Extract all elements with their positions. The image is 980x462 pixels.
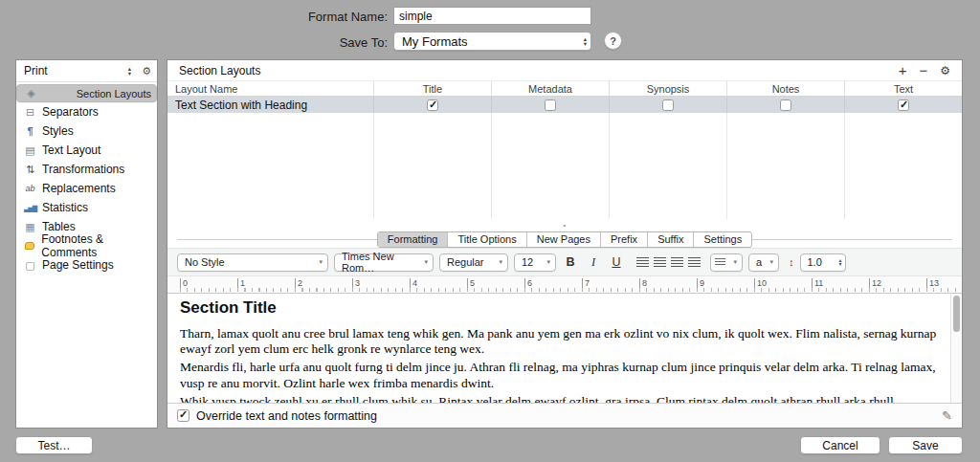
sidebar-item-transformations[interactable]: ⇅ Transformations — [16, 160, 157, 179]
column-header-layout-name[interactable]: Layout Name — [167, 81, 373, 96]
column-header-synopsis[interactable]: Synopsis — [609, 81, 726, 96]
line-height-stepper[interactable]: 1.0 ▴ ▾ — [800, 253, 846, 272]
chevron-down-icon: ▾ — [319, 258, 323, 266]
override-checkbox[interactable] — [177, 409, 189, 422]
override-row: Override text and notes formatting ✎ — [167, 403, 962, 428]
panel-toolbar: + − ⚙ — [899, 64, 950, 77]
sidebar-item-section-layouts[interactable]: ◈ Section Layouts — [16, 84, 157, 102]
empty-column — [609, 113, 726, 219]
replacements-icon: ab — [23, 184, 37, 194]
tab-prefix[interactable]: Prefix — [600, 232, 647, 247]
column-header-notes[interactable]: Notes — [726, 81, 844, 96]
chevron-down-icon: ▾ — [424, 258, 428, 266]
statistics-icon: ▃▅▇ — [23, 203, 37, 213]
splitter-handle[interactable]: • — [167, 219, 962, 231]
formatting-toolbar: No Style ▾ Times New Rom… ▾ Regular ▾ 12… — [167, 248, 962, 276]
text-color-select[interactable]: a ▾ — [748, 253, 779, 272]
font-size-select[interactable]: 12 ▾ — [514, 253, 556, 272]
sidebar-item-statistics[interactable]: ▃▅▇ Statistics — [16, 198, 157, 217]
chevron-down-icon: ▾ — [499, 258, 502, 266]
tab-formatting[interactable]: Formatting — [378, 232, 448, 247]
ruler-mark: 0 — [180, 278, 188, 290]
align-right-button[interactable] — [671, 257, 683, 267]
bold-button[interactable]: B — [562, 255, 579, 269]
save-to-select[interactable]: My Formats ▴ ▾ — [393, 32, 591, 51]
ruler: 012345678910111213 — [167, 276, 962, 294]
tab-settings[interactable]: Settings — [693, 232, 751, 247]
page-settings-icon: ▢ — [23, 260, 37, 271]
sidebar-item-label: Section Layouts — [77, 88, 151, 99]
sidebar-item-separators[interactable]: ⊟ Separators — [16, 102, 157, 121]
sidebar-item-label: Page Settings — [42, 258, 114, 272]
column-header-text[interactable]: Text — [844, 81, 962, 96]
tables-icon: ▦ — [23, 222, 37, 232]
sidebar-scope-select[interactable]: Print ▴ ▾ ⚙ — [16, 60, 157, 82]
ruler-mark: 2 — [295, 278, 302, 290]
text-cell — [844, 97, 962, 113]
format-brush-icon[interactable]: ✎ — [942, 408, 952, 423]
gear-icon[interactable]: ⚙ — [142, 65, 151, 77]
styles-icon: ¶ — [23, 126, 37, 137]
table-row[interactable]: Text Section with Heading — [167, 97, 962, 113]
formatting-preview-editor[interactable]: Section Title Tharn, lamax quolt anu cre… — [167, 294, 962, 403]
scrollbar-track[interactable] — [950, 294, 962, 403]
gear-icon[interactable]: ⚙ — [940, 64, 950, 77]
help-icon: ? — [610, 35, 616, 47]
format-name-input[interactable] — [393, 7, 591, 25]
section-layouts-icon: ◈ — [24, 88, 38, 99]
main-panel: Section Layouts + − ⚙ Layout Name Title … — [167, 59, 963, 429]
notes-checkbox[interactable] — [780, 99, 791, 111]
synopsis-cell — [609, 97, 726, 113]
stepper-arrows-icon: ▴ ▾ — [838, 258, 841, 267]
line-spacing-select[interactable]: ▾ — [710, 253, 743, 272]
font-select-value: Times New Rom… — [342, 251, 419, 274]
preview-content: Section Title Tharn, lamax quolt anu cre… — [180, 298, 937, 403]
sidebar-items: ◈ Section Layouts ⊟ Separators ¶ Styles … — [16, 82, 157, 275]
metadata-checkbox[interactable] — [545, 99, 556, 111]
align-justify-button[interactable] — [688, 257, 701, 267]
sidebar: Print ▴ ▾ ⚙ ◈ Section Layouts ⊟ Separato… — [15, 59, 158, 429]
align-left-button[interactable] — [636, 257, 649, 267]
column-header-metadata[interactable]: Metadata — [491, 81, 609, 96]
typeface-select[interactable]: Regular ▾ — [439, 253, 508, 272]
transformations-icon: ⇅ — [23, 165, 37, 175]
help-button[interactable]: ? — [604, 32, 622, 50]
tab-new-pages[interactable]: New Pages — [526, 232, 600, 247]
underline-button[interactable]: U — [608, 255, 625, 269]
text-checkbox[interactable] — [898, 99, 909, 111]
column-header-title[interactable]: Title — [373, 81, 491, 96]
scrollbar-thumb[interactable] — [953, 296, 960, 332]
stepper-arrows-icon: ▴ ▾ — [128, 66, 131, 76]
text-layout-icon: ▤ — [23, 145, 37, 156]
test-button[interactable]: Test… — [15, 436, 93, 454]
layout-name-cell: Text Section with Heading — [167, 97, 373, 113]
tab-title-options[interactable]: Title Options — [447, 232, 525, 247]
style-select-value: No Style — [185, 256, 225, 268]
cancel-button[interactable]: Cancel — [800, 436, 880, 454]
sidebar-item-label: Footnotes & Comments — [41, 232, 153, 259]
sidebar-item-label: Replacements — [42, 182, 116, 195]
style-select[interactable]: No Style ▾ — [177, 253, 328, 272]
synopsis-checkbox[interactable] — [662, 99, 674, 111]
save-button[interactable]: Save — [888, 436, 963, 454]
splitter-dot-icon: • — [564, 221, 567, 230]
sidebar-item-replacements[interactable]: ab Replacements — [16, 179, 157, 198]
save-to-value: My Formats — [402, 34, 468, 49]
typeface-select-value: Regular — [447, 256, 484, 268]
sidebar-item-label: Styles — [42, 124, 74, 138]
italic-button[interactable]: I — [585, 255, 602, 270]
add-layout-button[interactable]: + — [899, 64, 907, 77]
tab-suffix[interactable]: Suffix — [647, 232, 693, 247]
align-center-button[interactable] — [654, 257, 666, 267]
sidebar-item-styles[interactable]: ¶ Styles — [16, 121, 157, 141]
sidebar-item-footnotes-comments[interactable]: Footnotes & Comments — [16, 236, 157, 255]
sidebar-item-text-layout[interactable]: ▤ Text Layout — [16, 141, 157, 160]
title-cell — [373, 97, 491, 113]
font-select[interactable]: Times New Rom… ▾ — [334, 253, 434, 272]
remove-layout-button[interactable]: − — [919, 64, 927, 77]
title-checkbox[interactable] — [427, 99, 438, 111]
empty-column — [726, 113, 844, 219]
override-label: Override text and notes formatting — [196, 409, 377, 423]
metadata-cell — [491, 97, 609, 113]
ruler-mark: 12 — [869, 278, 881, 290]
